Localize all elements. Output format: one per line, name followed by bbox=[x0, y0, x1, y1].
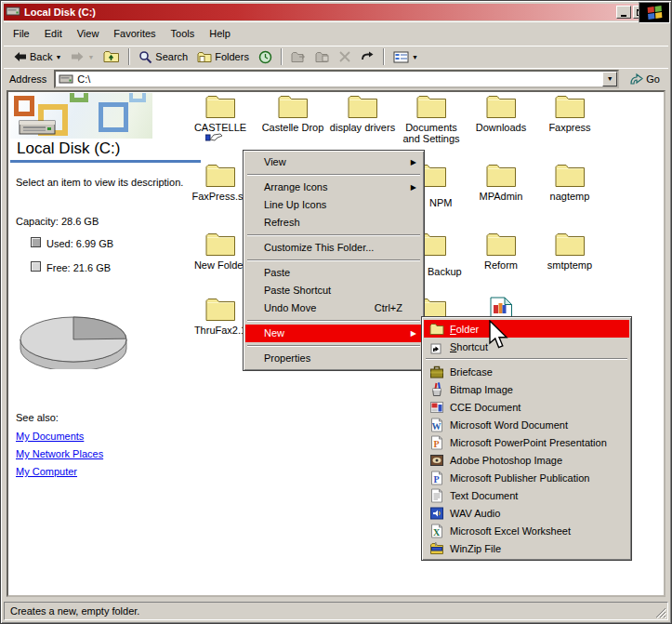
new-submenu: FolderShortcutBriefcaseBitmap ImageCCE D… bbox=[421, 316, 632, 561]
context-menu-item-refresh[interactable]: Refresh bbox=[245, 214, 422, 232]
address-dropdown-button[interactable]: ▼ bbox=[602, 72, 617, 86]
menu-item-label: Refresh bbox=[264, 217, 300, 228]
window-title: Local Disk (C:) bbox=[24, 7, 614, 18]
menu-item-label: Microsoft PowerPoint Presentation bbox=[450, 437, 607, 448]
new-submenu-item-microsoft-word-document[interactable]: WMicrosoft Word Document bbox=[424, 416, 629, 433]
menu-file[interactable]: File bbox=[6, 25, 37, 42]
menu-separator bbox=[247, 345, 420, 347]
toolbar-separator bbox=[383, 48, 385, 65]
folder-item-downloads[interactable]: Downloads bbox=[464, 94, 538, 133]
folder-label: Castelle Drop bbox=[256, 122, 330, 133]
undo-button[interactable] bbox=[355, 46, 379, 67]
address-value: C:\ bbox=[77, 73, 90, 85]
menu-item-label: Paste bbox=[264, 267, 290, 278]
disk-usage-pie-chart bbox=[16, 312, 133, 369]
menu-help[interactable]: Help bbox=[202, 25, 238, 42]
new-submenu-item-cce-document[interactable]: CCE Document bbox=[424, 398, 629, 416]
toolbar-separator bbox=[128, 48, 130, 65]
new-submenu-item-briefcase[interactable]: Briefcase bbox=[424, 363, 629, 380]
new-submenu-item-microsoft-powerpoint-presentation[interactable]: PMicrosoft PowerPoint Presentation bbox=[424, 433, 629, 451]
context-menu-item-customize-this-folder[interactable]: Customize This Folder... bbox=[245, 239, 422, 257]
mouse-cursor bbox=[488, 320, 508, 350]
new-submenu-item-shortcut[interactable]: Shortcut bbox=[424, 338, 629, 355]
menu-tools[interactable]: Tools bbox=[164, 25, 203, 42]
context-menu-item-view[interactable]: View▶ bbox=[245, 153, 422, 171]
used-legend-swatch bbox=[31, 237, 41, 247]
free-legend-swatch bbox=[31, 261, 41, 272]
folder-item-mpadmin[interactable]: MPAdmin bbox=[464, 163, 538, 202]
menu-separator bbox=[247, 259, 420, 261]
back-label: Back bbox=[30, 51, 52, 62]
folders-button[interactable]: Folders bbox=[192, 46, 254, 67]
folder-item-castelle-drop[interactable]: Castelle Drop bbox=[256, 94, 330, 133]
new-submenu-item-adobe-photoshop-image[interactable]: Adobe Photoshop Image bbox=[424, 451, 629, 469]
context-menu-item-new[interactable]: New▶ bbox=[245, 325, 422, 342]
address-label: Address bbox=[9, 73, 46, 85]
move-to-button[interactable] bbox=[286, 46, 310, 67]
new-submenu-item-microsoft-excel-worksheet[interactable]: XMicrosoft Excel Worksheet bbox=[424, 522, 629, 539]
views-grid-icon bbox=[393, 51, 409, 63]
shortcut-icon bbox=[429, 339, 444, 354]
menu-favorites[interactable]: Favorites bbox=[106, 25, 163, 42]
new-submenu-item-winzip-file[interactable]: WinZip File bbox=[424, 539, 629, 557]
submenu-arrow-icon: ▶ bbox=[411, 325, 416, 342]
menu-item-label: Folder bbox=[450, 324, 479, 335]
menu-shortcut: Ctrl+Z bbox=[375, 299, 402, 317]
copy-to-icon bbox=[315, 51, 330, 63]
go-button[interactable]: Go bbox=[626, 71, 663, 86]
explorer-window: Local Disk (C:) ✕ FileEditViewFavoritesT… bbox=[0, 0, 672, 624]
views-dropdown-icon[interactable]: ▼ bbox=[412, 54, 418, 60]
new-submenu-item-bitmap-image[interactable]: Bitmap Image bbox=[424, 380, 629, 398]
delete-button[interactable] bbox=[335, 46, 355, 67]
folder-label: MPAdmin bbox=[464, 191, 538, 202]
menu-edit[interactable]: Edit bbox=[37, 25, 70, 42]
folder-item-nagtemp[interactable]: nagtemp bbox=[533, 163, 607, 202]
context-menu-item-undo-move[interactable]: Undo MoveCtrl+Z bbox=[245, 299, 422, 317]
menu-item-label: View bbox=[264, 156, 286, 167]
menu-item-label: Shortcut bbox=[450, 341, 488, 352]
menu-item-label: New bbox=[264, 327, 284, 339]
resize-grip[interactable] bbox=[654, 606, 666, 618]
context-menu-item-paste-shortcut[interactable]: Paste Shortcut bbox=[245, 282, 422, 299]
svg-text:P: P bbox=[433, 473, 439, 484]
new-submenu-item-microsoft-publisher-publication[interactable]: PMicrosoft Publisher Publication bbox=[424, 469, 629, 486]
new-submenu-item-text-document[interactable]: Text Document bbox=[424, 486, 629, 504]
used-label: Used: 6.99 GB bbox=[46, 238, 113, 249]
forward-dropdown-icon[interactable]: ▼ bbox=[87, 54, 94, 60]
folder-item-faxpress[interactable]: Faxpress bbox=[533, 94, 607, 133]
menu-item-label: CCE Document bbox=[450, 402, 520, 413]
context-menu-item-properties[interactable]: Properties bbox=[245, 350, 422, 367]
context-menu-item-paste[interactable]: Paste bbox=[245, 264, 422, 282]
go-label: Go bbox=[646, 73, 660, 85]
menu-separator bbox=[426, 358, 627, 360]
folders-label: Folders bbox=[215, 51, 249, 62]
search-button[interactable]: Search bbox=[134, 46, 192, 67]
new-submenu-item-folder[interactable]: Folder bbox=[424, 320, 629, 338]
link-my-documents[interactable]: My Documents bbox=[16, 428, 103, 445]
link-my-computer[interactable]: My Computer bbox=[16, 463, 103, 481]
folder-item-display-drivers[interactable]: display drivers bbox=[325, 94, 400, 133]
folder-label: Documents and Settings bbox=[394, 122, 468, 144]
back-button[interactable]: Back ▼ bbox=[8, 46, 66, 67]
menu-view[interactable]: View bbox=[70, 25, 107, 42]
powerpoint-icon: P bbox=[429, 435, 444, 450]
link-my-network-places[interactable]: My Network Places bbox=[16, 445, 103, 463]
address-input[interactable]: C:\ ▼ bbox=[54, 70, 619, 88]
context-menu-item-line-up-icons[interactable]: Line Up Icons bbox=[245, 196, 422, 214]
folder-item-smtptemp[interactable]: smtptemp bbox=[533, 232, 607, 271]
folder-item-reform[interactable]: Reform bbox=[464, 232, 538, 271]
folder-item-castelle[interactable]: CASTELLE bbox=[183, 94, 257, 133]
back-dropdown-icon[interactable]: ▼ bbox=[55, 54, 61, 60]
new-submenu-item-wav-audio[interactable]: WAV Audio bbox=[424, 504, 629, 522]
views-button[interactable]: ▼ bbox=[389, 46, 423, 67]
copy-to-button[interactable] bbox=[310, 46, 335, 67]
folder-item-documents-and-settings[interactable]: Documents and Settings bbox=[394, 94, 468, 144]
forward-button[interactable]: ▼ bbox=[66, 46, 99, 67]
title-bar[interactable]: Local Disk (C:) ✕ bbox=[4, 4, 668, 20]
context-menu-item-arrange-icons[interactable]: Arrange Icons▶ bbox=[245, 179, 422, 196]
up-button[interactable] bbox=[99, 46, 125, 67]
sidebar-description: Select an item to view its description. bbox=[16, 177, 183, 188]
sidebar-title: Local Disk (C:) bbox=[17, 139, 120, 158]
history-button[interactable] bbox=[254, 46, 277, 67]
minimize-button[interactable] bbox=[616, 6, 631, 19]
